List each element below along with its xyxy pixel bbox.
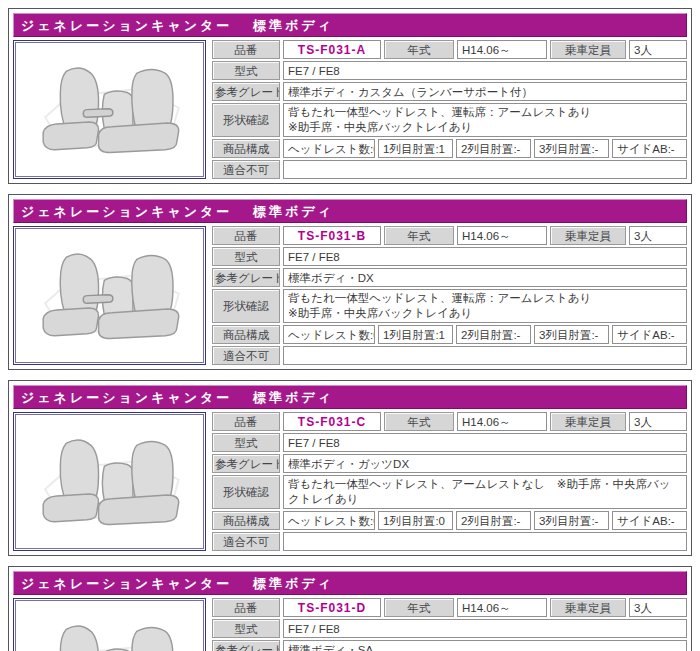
- grade-label: 参考グレード: [212, 82, 280, 101]
- incompatible-label: 適合不可: [212, 532, 280, 551]
- composition-label: 商品構成: [212, 511, 280, 530]
- grade-value: 標準ボディ・カスタム（ランバーサポート付）: [283, 82, 687, 101]
- row-model: 型式 FE7 / FE8: [212, 61, 687, 80]
- shape-line-2: ※助手席・中央席バックトレイあり: [288, 120, 682, 135]
- side-airbag-value: サイドAB:-: [612, 325, 687, 344]
- spec-table: 品番 TS-F031-D 年式 H14.06～ 乗車定員 3人 型式 FE7 /…: [212, 598, 687, 651]
- spec-table: 品番 TS-F031-C 年式 H14.06～ 乗車定員 3人 型式 FE7 /…: [212, 412, 687, 551]
- year-label: 年式: [384, 598, 454, 617]
- seat-illustration-icon: [26, 618, 194, 651]
- model-value: FE7 / FE8: [283, 433, 687, 452]
- row-part-number: 品番 TS-F031-B 年式 H14.06～ 乗車定員 3人: [212, 226, 687, 245]
- grade-label: 参考グレード: [212, 454, 280, 473]
- grade-label: 参考グレード: [212, 268, 280, 287]
- model-value: FE7 / FE8: [283, 619, 687, 638]
- grade-value: 標準ボディ・DX: [283, 268, 687, 287]
- block-header: ジェネレーションキャンター 標準ボディ: [13, 199, 687, 223]
- part-no-value[interactable]: TS-F031-D: [283, 598, 381, 617]
- row1-armrest-value: 1列目肘置:1: [378, 325, 453, 344]
- row-incompatible: 適合不可: [212, 532, 687, 551]
- capacity-value: 3人: [629, 598, 687, 617]
- series-title: ジェネレーションキャンター: [21, 18, 232, 33]
- shape-label: 形状確認: [212, 289, 280, 323]
- part-no-label: 品番: [212, 40, 280, 59]
- side-airbag-value: サイドAB:-: [612, 139, 687, 158]
- year-label: 年式: [384, 226, 454, 245]
- part-no-value[interactable]: TS-F031-C: [283, 412, 381, 431]
- shape-label: 形状確認: [212, 475, 280, 509]
- spec-table: 品番 TS-F031-B 年式 H14.06～ 乗車定員 3人 型式 FE7 /…: [212, 226, 687, 365]
- year-label: 年式: [384, 412, 454, 431]
- model-value: FE7 / FE8: [283, 61, 687, 80]
- capacity-label: 乗車定員: [550, 412, 626, 431]
- row-grade: 参考グレード 標準ボディ・ガッツDX: [212, 454, 687, 473]
- row-part-number: 品番 TS-F031-D 年式 H14.06～ 乗車定員 3人: [212, 598, 687, 617]
- composition-label: 商品構成: [212, 325, 280, 344]
- series-title: ジェネレーションキャンター: [21, 390, 232, 405]
- capacity-label: 乗車定員: [550, 598, 626, 617]
- row2-armrest-value: 2列目肘置:-: [456, 511, 531, 530]
- product-block: ジェネレーションキャンター 標準ボディ: [8, 194, 692, 370]
- seat-image-panel: [13, 226, 206, 365]
- year-value: H14.06～: [457, 40, 547, 59]
- product-block: ジェネレーションキャンター 標準ボディ: [8, 8, 692, 184]
- series-title: ジェネレーションキャンター: [21, 576, 232, 591]
- part-no-label: 品番: [212, 226, 280, 245]
- body-type-label: 標準ボディ: [253, 204, 334, 219]
- row-shape: 形状確認 背もたれ一体型ヘッドレスト、運転席：アームレストあり ※助手席・中央席…: [212, 103, 687, 137]
- seat-image-panel: [13, 598, 206, 651]
- year-label: 年式: [384, 40, 454, 59]
- part-no-label: 品番: [212, 412, 280, 431]
- product-block: ジェネレーションキャンター 標準ボディ: [8, 566, 692, 651]
- seat-image-panel: [13, 40, 206, 179]
- body-type-label: 標準ボディ: [253, 576, 334, 591]
- seat-illustration-icon: [26, 60, 194, 159]
- headrest-count-value: ヘッドレスト数:0: [283, 139, 375, 158]
- row-model: 型式 FE7 / FE8: [212, 619, 687, 638]
- row3-armrest-value: 3列目肘置:-: [534, 325, 609, 344]
- seat-image-panel: [13, 412, 206, 551]
- part-no-value[interactable]: TS-F031-A: [283, 40, 381, 59]
- row1-armrest-value: 1列目肘置:1: [378, 139, 453, 158]
- row-part-number: 品番 TS-F031-A 年式 H14.06～ 乗車定員 3人: [212, 40, 687, 59]
- incompatible-value: [283, 532, 687, 551]
- row-grade: 参考グレード 標準ボディ・SA: [212, 640, 687, 651]
- row-incompatible: 適合不可: [212, 346, 687, 365]
- model-value: FE7 / FE8: [283, 247, 687, 266]
- headrest-count-value: ヘッドレスト数:0: [283, 511, 375, 530]
- year-value: H14.06～: [457, 412, 547, 431]
- incompatible-value: [283, 346, 687, 365]
- part-no-value[interactable]: TS-F031-B: [283, 226, 381, 245]
- row-grade: 参考グレード 標準ボディ・DX: [212, 268, 687, 287]
- block-header: ジェネレーションキャンター 標準ボディ: [13, 385, 687, 409]
- row3-armrest-value: 3列目肘置:-: [534, 511, 609, 530]
- shape-line-1: 背もたれ一体型ヘッドレスト、運転席：アームレストあり: [288, 291, 682, 306]
- row-composition: 商品構成 ヘッドレスト数:0 1列目肘置:1 2列目肘置:- 3列目肘置:- サ…: [212, 139, 687, 158]
- grade-label: 参考グレード: [212, 640, 280, 651]
- incompatible-label: 適合不可: [212, 160, 280, 179]
- model-label: 型式: [212, 61, 280, 80]
- shape-value: 背もたれ一体型ヘッドレスト、運転席：アームレストあり ※助手席・中央席バックトレ…: [283, 289, 687, 323]
- year-value: H14.06～: [457, 226, 547, 245]
- shape-value: 背もたれ一体型ヘッドレスト、運転席：アームレストあり ※助手席・中央席バックトレ…: [283, 103, 687, 137]
- row-composition: 商品構成 ヘッドレスト数:0 1列目肘置:1 2列目肘置:- 3列目肘置:- サ…: [212, 325, 687, 344]
- model-label: 型式: [212, 247, 280, 266]
- year-value: H14.06～: [457, 598, 547, 617]
- body-type-label: 標準ボディ: [253, 390, 334, 405]
- row-incompatible: 適合不可: [212, 160, 687, 179]
- spec-table: 品番 TS-F031-A 年式 H14.06～ 乗車定員 3人 型式 FE7 /…: [212, 40, 687, 179]
- row2-armrest-value: 2列目肘置:-: [456, 325, 531, 344]
- row-shape: 形状確認 背もたれ一体型ヘッドレスト、運転席：アームレストあり ※助手席・中央席…: [212, 289, 687, 323]
- capacity-label: 乗車定員: [550, 40, 626, 59]
- part-no-label: 品番: [212, 598, 280, 617]
- grade-value: 標準ボディ・ガッツDX: [283, 454, 687, 473]
- shape-line-1: 背もたれ一体型ヘッドレスト、アームレストなし ※助手席・中央席バックトレイあり: [288, 477, 682, 507]
- incompatible-value: [283, 160, 687, 179]
- shape-value: 背もたれ一体型ヘッドレスト、アームレストなし ※助手席・中央席バックトレイあり: [283, 475, 687, 509]
- seat-illustration-icon: [26, 432, 194, 531]
- product-block: ジェネレーションキャンター 標準ボディ: [8, 380, 692, 556]
- capacity-value: 3人: [629, 412, 687, 431]
- incompatible-label: 適合不可: [212, 346, 280, 365]
- side-airbag-value: サイドAB:-: [612, 511, 687, 530]
- row-grade: 参考グレード 標準ボディ・カスタム（ランバーサポート付）: [212, 82, 687, 101]
